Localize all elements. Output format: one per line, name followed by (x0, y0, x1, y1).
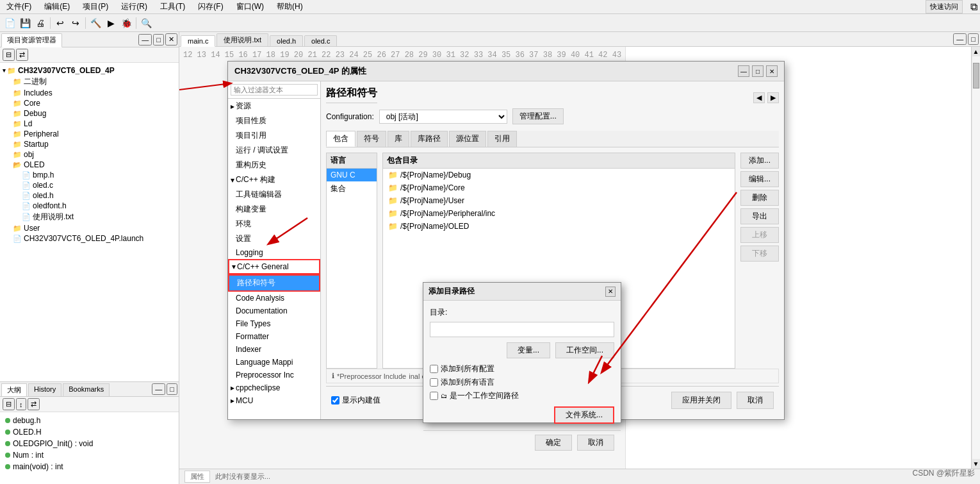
nav-back-btn[interactable]: ◀ (753, 92, 765, 103)
export-path-btn[interactable]: 导出 (740, 208, 779, 224)
sub-dir-input[interactable] (430, 322, 614, 337)
footer-left: 显示内建值 (331, 395, 380, 406)
delete-path-btn[interactable]: 删除 (740, 190, 779, 206)
sub-ok-btn[interactable]: 确定 (535, 435, 572, 451)
dialog-minimize-btn[interactable]: — (738, 65, 749, 77)
nav-item-file-types[interactable]: File Types (228, 317, 320, 330)
sub-dir-label: 目录: (430, 307, 614, 318)
checkbox-all-langs: 添加到所有语言 (430, 377, 614, 388)
footer-right: 应用并关闭 取消 (671, 392, 774, 409)
path-list-header: 包含目录 (383, 153, 735, 169)
config-label: Configuration: (326, 112, 374, 121)
path-label-4: /${ProjName}/OLED (400, 222, 469, 231)
nav-item-run-debug[interactable]: 运行 / 调试设置 (228, 143, 320, 158)
lang-list-header: 语言 (327, 153, 377, 169)
nav-item-formatter[interactable]: Formatter (228, 330, 320, 343)
tab-lib-paths[interactable]: 库路径 (411, 131, 448, 147)
nav-item-project-nature[interactable]: 项目性质 (228, 113, 320, 128)
nav-forward-btn[interactable]: ▶ (767, 92, 779, 103)
sub-close-btn[interactable]: ✕ (605, 287, 616, 297)
manage-config-btn[interactable]: 管理配置... (512, 108, 564, 124)
tab-source-loc[interactable]: 源位置 (449, 131, 486, 147)
nav-item-paths-symbols[interactable]: 路径和符号 (228, 274, 320, 292)
show-builtin-checkbox[interactable] (331, 396, 339, 405)
nav-item-build-vars[interactable]: 构建变量 (228, 202, 320, 217)
dialog-nav: ▸ 资源 项目性质 项目引用 运行 / 调试设置 重构历史 ▾ C/C++ 构建… (228, 81, 321, 419)
add-all-langs-label: 添加到所有语言 (441, 377, 494, 388)
workspace-icon: 🗂 (441, 392, 447, 399)
add-all-configs-cb[interactable] (430, 365, 438, 373)
workspace-btn[interactable]: 工作空间... (555, 342, 614, 358)
nav-item-project-ref[interactable]: 项目引用 (228, 128, 320, 143)
dialog-nav-filter (228, 81, 320, 99)
nav-group-cpp-general[interactable]: ▾ C/C++ General (228, 259, 320, 274)
filesystem-btn[interactable]: 文件系统... (554, 406, 614, 424)
dialog-section-title: 路径和符号 (326, 87, 377, 103)
variable-btn[interactable]: 变量... (507, 342, 550, 358)
path-label-2: /${ProjName}/User (400, 196, 464, 205)
path-label-1: /${ProjName}/Core (400, 183, 465, 192)
nav-arrow-mcu: ▸ (231, 396, 234, 405)
path-label-0: /${ProjName}/Debug (400, 171, 471, 179)
dialog-top-row: 路径和符号 ◀ ▶ (326, 87, 779, 108)
config-select[interactable]: obj [活动] (379, 110, 507, 124)
sub-cancel-btn[interactable]: 取消 (577, 435, 614, 451)
dialog-close-btn[interactable]: ✕ (766, 65, 778, 77)
nav-item-logging[interactable]: Logging (228, 246, 320, 259)
checkbox-all-configs: 添加到所有配置 (430, 363, 614, 374)
nav-item-resources[interactable]: ▸ 资源 (228, 99, 320, 113)
info-icon: ℹ (332, 372, 334, 380)
workspace-path-label: 是一个工作空间路径 (450, 390, 519, 401)
workspace-path-cb[interactable] (430, 392, 438, 400)
path-buttons: 添加... 编辑... 删除 导出 上移 下移 (740, 153, 779, 369)
config-row: Configuration: obj [活动] 管理配置... (326, 108, 779, 124)
path-item-3[interactable]: 📁 /${ProjName}/Peripheral/inc (383, 207, 735, 220)
lang-item-gnuc[interactable]: GNU C (327, 169, 377, 181)
cancel-main-btn[interactable]: 取消 (737, 392, 774, 409)
nav-item-environment[interactable]: 环境 (228, 217, 320, 231)
apply-close-btn[interactable]: 应用并关闭 (671, 392, 731, 409)
path-label-3: /${ProjName}/Peripheral/inc (400, 209, 495, 218)
path-item-1[interactable]: 📁 /${ProjName}/Core (383, 181, 735, 194)
add-all-configs-label: 添加到所有配置 (441, 363, 494, 374)
nav-label-cpp-general: C/C++ General (237, 262, 289, 271)
nav-item-toolchain-editor[interactable]: 工具链编辑器 (228, 187, 320, 202)
nav-item-preprocessor[interactable]: Preprocessor Inc (228, 369, 320, 381)
nav-arrow-cpp-general: ▾ (232, 262, 236, 271)
path-item-4[interactable]: 📁 /${ProjName}/OLED (383, 220, 735, 233)
move-up-btn[interactable]: 上移 (740, 227, 779, 243)
sub-dialog: 添加目录路径 ✕ 目录: 变量... 工作空间... 添加到所有配置 添加到所有… (423, 282, 621, 423)
modal-overlay: CH32V307VCT6_OLED_4P 的属性 — □ ✕ ▸ 资源 项目性质… (0, 0, 980, 484)
nav-item-settings[interactable]: 设置 (228, 231, 320, 246)
sub-body: 目录: 变量... 工作空间... 添加到所有配置 添加到所有语言 🗂 是一个工… (423, 301, 621, 430)
nav-label-cppcheclipse: cppcheclipse (236, 383, 280, 392)
nav-group-mcu[interactable]: ▸ MCU (228, 394, 320, 407)
path-folder-icon-4: 📁 (388, 222, 398, 231)
path-folder-icon-0: 📁 (388, 171, 398, 179)
nav-item-lang-mapping[interactable]: Language Mappi (228, 356, 320, 369)
path-item-0[interactable]: 📁 /${ProjName}/Debug (383, 169, 735, 181)
nav-group-cpp-build[interactable]: ▾ C/C++ 构建 (228, 172, 320, 187)
path-folder-icon-2: 📁 (388, 196, 398, 205)
show-builtin-label: 显示内建值 (342, 395, 380, 406)
nav-label-cpp-build: C/C++ 构建 (236, 174, 275, 185)
add-path-btn[interactable]: 添加... (740, 153, 779, 169)
move-down-btn[interactable]: 下移 (740, 246, 779, 262)
nav-group-cppcheclipse[interactable]: ▸ cppcheclipse (228, 381, 320, 394)
tab-includes[interactable]: 包含 (326, 131, 355, 147)
tab-refs[interactable]: 引用 (487, 131, 517, 147)
nav-item-code-analysis[interactable]: Code Analysis (228, 292, 320, 305)
tab-symbols[interactable]: 符号 (357, 131, 386, 147)
path-item-2[interactable]: 📁 /${ProjName}/User (383, 194, 735, 207)
nav-item-documentation[interactable]: Documentation (228, 305, 320, 317)
dialog-maximize-btn[interactable]: □ (752, 65, 764, 77)
edit-path-btn[interactable]: 编辑... (740, 171, 779, 187)
tab-libs[interactable]: 库 (388, 131, 409, 147)
nav-item-refactor-hist[interactable]: 重构历史 (228, 158, 320, 172)
svg-line-1 (179, 83, 231, 90)
add-all-langs-cb[interactable] (430, 378, 438, 387)
nav-filter-input[interactable] (231, 84, 318, 96)
lang-item-assembly[interactable]: 集合 (327, 181, 377, 196)
nav-label-mcu: MCU (236, 396, 253, 405)
nav-item-indexer[interactable]: Indexer (228, 343, 320, 356)
